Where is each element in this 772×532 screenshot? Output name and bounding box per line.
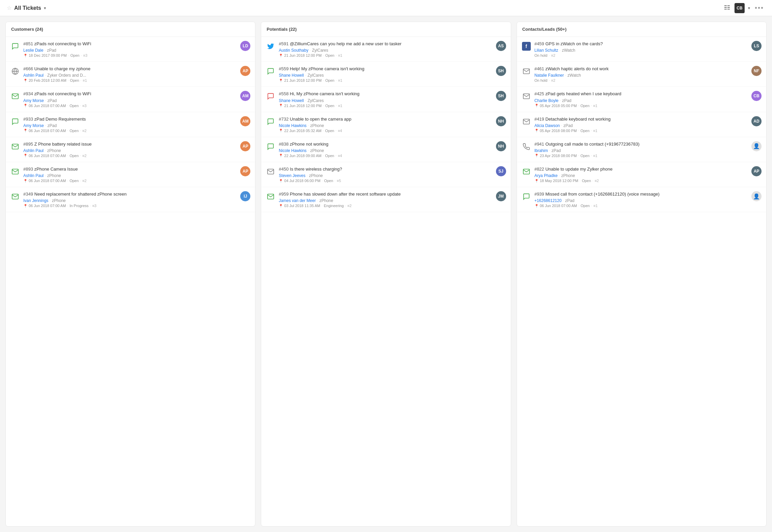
contact-name[interactable]: Steven Jeeves bbox=[279, 173, 305, 178]
ticket-number: #822 bbox=[534, 167, 544, 172]
ticket-icon-email bbox=[522, 67, 531, 76]
org-name: zPhone bbox=[320, 198, 333, 203]
ticket-date: 06 Jun 2018 07:00 AM bbox=[540, 204, 577, 208]
separator: · bbox=[80, 129, 81, 132]
contact-name[interactable]: Ashlin Paul bbox=[23, 148, 44, 153]
separator: · bbox=[345, 204, 346, 208]
ticket-item[interactable]: #822 Unable to update my Zylker phoneAry… bbox=[517, 162, 766, 187]
ticket-date-row: 📍23 Apr 2018 08:00 PM · Open · ≡1 bbox=[534, 154, 748, 158]
ticket-meta-row: Nicole Hawkins · zPhone bbox=[279, 123, 492, 128]
star-icon[interactable]: ☆ bbox=[7, 5, 11, 11]
main-content: Customers (24) #851 zPads not connecting… bbox=[0, 16, 772, 532]
ticket-title: #895 Z Phone battery related issue bbox=[23, 141, 237, 147]
app-header: ☆ All Tickets ▾ CB ▾ ••• bbox=[0, 0, 772, 16]
ticket-item[interactable]: #450 Is there wireless charging?Steven J… bbox=[261, 162, 510, 187]
ticket-item[interactable]: #933 zPad Demo RequirementsAmy Morse · z… bbox=[6, 112, 255, 137]
ticket-item[interactable]: f#459 GPS in zWatch on the cards?Lilian … bbox=[517, 37, 766, 62]
ticket-item[interactable]: #895 Z Phone battery related issueAshlin… bbox=[6, 137, 255, 162]
contact-name[interactable]: Natalie Faulkner bbox=[534, 73, 564, 78]
ticket-icon-chat bbox=[266, 142, 275, 151]
avatar: NH bbox=[496, 141, 506, 151]
ticket-body: #851 zPads not connecting to WiFiLeslie … bbox=[23, 41, 237, 57]
ticket-item[interactable]: #851 zPads not connecting to WiFiLeslie … bbox=[6, 37, 255, 62]
ticket-number: #851 bbox=[23, 41, 33, 46]
separator: · bbox=[335, 129, 337, 132]
ticket-date: 23 Apr 2018 08:00 PM bbox=[540, 154, 577, 158]
ticket-meta-row: Amy Morse · zPad bbox=[23, 98, 237, 103]
ticket-item[interactable]: #559 Help! My zPhone camera isn't workin… bbox=[261, 62, 510, 87]
status-badge: Open bbox=[325, 104, 334, 108]
contact-name[interactable]: Shane Howell bbox=[279, 98, 304, 103]
ticket-item[interactable]: #959 Phone has slowed down after the rec… bbox=[261, 187, 510, 212]
ticket-body: #450 Is there wireless charging?Steven J… bbox=[279, 166, 492, 183]
ticket-item[interactable]: #558 Hi, My zPhone camera isn't workingS… bbox=[261, 87, 510, 112]
contact-name[interactable]: Nicole Hawkins bbox=[279, 148, 306, 153]
avatar: LS bbox=[751, 41, 762, 51]
ticket-number: #558 bbox=[279, 91, 289, 96]
ticket-date-row: 📍21 Jun 2018 12:00 PM · Open · ≡1 bbox=[279, 104, 492, 108]
separator: · bbox=[68, 54, 69, 57]
contact-name[interactable]: Charlie Boyle bbox=[534, 98, 558, 103]
more-options-button[interactable]: ••• bbox=[753, 3, 765, 13]
ticket-item[interactable]: #591 @ZilliumCares can you help me add a… bbox=[261, 37, 510, 62]
svg-rect-4 bbox=[724, 9, 727, 9]
ticket-item[interactable]: #461 zWatch haptic alerts do not workNat… bbox=[517, 62, 766, 87]
ticket-item[interactable]: #732 Unable to open the camera appNicole… bbox=[261, 112, 510, 137]
contact-name[interactable]: Leslie Dale bbox=[23, 48, 43, 53]
ticket-number: #461 bbox=[534, 66, 544, 71]
contact-name[interactable]: Ashlin Paul bbox=[23, 173, 44, 178]
avatar: NH bbox=[496, 116, 506, 126]
contact-name[interactable]: Alicia Dawson bbox=[534, 123, 560, 128]
ticket-icon-twitter bbox=[266, 42, 275, 51]
separator: · bbox=[334, 179, 335, 183]
ticket-item[interactable]: #666 Unable to charge my zphoneAshlin Pa… bbox=[6, 62, 255, 87]
column-contacts: Contacts/Leads (50+)f#459 GPS in zWatch … bbox=[517, 22, 767, 527]
ticket-item[interactable]: #425 zPad gets heated when I use keyboar… bbox=[517, 87, 766, 112]
status-badge: Open bbox=[580, 129, 590, 133]
ticket-number: #934 bbox=[23, 91, 33, 96]
contact-name[interactable]: Ivan Jennings bbox=[23, 198, 48, 203]
ticket-title: #591 @ZilliumCares can you help me add a… bbox=[279, 41, 492, 47]
contact-name[interactable]: Arya Phadke bbox=[534, 173, 558, 178]
avatar: IJ bbox=[240, 191, 250, 201]
ticket-date: 22 Jun 2018 05:32 AM bbox=[284, 129, 321, 133]
ticket-body: #558 Hi, My zPhone camera isn't workingS… bbox=[279, 91, 492, 107]
ticket-title: #941 Outgoing call made to contact (+919… bbox=[534, 141, 748, 147]
contact-name[interactable]: Ashlin Paul bbox=[23, 73, 44, 78]
contact-name[interactable]: Amy Morse bbox=[23, 98, 44, 103]
org-name: zPhone bbox=[47, 148, 61, 153]
contact-name[interactable]: Ibrahim bbox=[534, 148, 548, 153]
contact-name[interactable]: Nicole Hawkins bbox=[279, 123, 306, 128]
org-name: zPad bbox=[47, 98, 56, 103]
ticket-meta-row: Steven Jeeves · zPhone bbox=[279, 173, 492, 178]
user-dropdown-arrow[interactable]: ▾ bbox=[748, 6, 750, 10]
contact-name[interactable]: Lilian Schultz bbox=[534, 48, 558, 53]
ticket-date: 06 Jun 2018 07:00 AM bbox=[29, 129, 66, 133]
ticket-item[interactable]: #893 zPhone Camera IssueAshlin Paul · zP… bbox=[6, 162, 255, 187]
contact-name[interactable]: Amy Morse bbox=[23, 123, 44, 128]
ticket-date: 06 Jun 2018 07:00 AM bbox=[29, 179, 66, 183]
ticket-item[interactable]: #419 Detachable keyboard not workingAlic… bbox=[517, 112, 766, 137]
ticket-item[interactable]: #349 Need replacement for shattered zPho… bbox=[6, 187, 255, 212]
ticket-date-row: 📍04 Jul 2018 06:00 PM · Open · ≡5 bbox=[279, 179, 492, 183]
message-count: ≡1 bbox=[593, 104, 598, 108]
ticket-meta-row: Shane Howell · ZylCares bbox=[279, 98, 492, 103]
grid-view-button[interactable] bbox=[723, 4, 731, 12]
contact-name[interactable]: Shane Howell bbox=[279, 73, 304, 78]
contact-name[interactable]: Austin Southaby bbox=[279, 48, 308, 53]
avatar: AP bbox=[240, 66, 250, 76]
contact-name[interactable]: James van der Meer bbox=[279, 198, 316, 203]
contact-name[interactable]: +16268612120 bbox=[534, 198, 562, 203]
separator: · bbox=[308, 149, 309, 152]
ticket-item[interactable]: #939 Missed call from contact (+16268612… bbox=[517, 187, 766, 212]
ticket-item[interactable]: #941 Outgoing call made to contact (+919… bbox=[517, 137, 766, 162]
separator: · bbox=[549, 79, 550, 82]
avatar: SJ bbox=[496, 166, 506, 176]
separator: · bbox=[336, 54, 337, 57]
separator: · bbox=[560, 99, 561, 102]
title-dropdown-arrow[interactable]: ▾ bbox=[44, 6, 46, 10]
user-avatar-button[interactable]: CB bbox=[734, 3, 745, 13]
ticket-item[interactable]: #934 zPads not connecting to WiFiAmy Mor… bbox=[6, 87, 255, 112]
ticket-item[interactable]: #838 zPhone not workingNicole Hawkins · … bbox=[261, 137, 510, 162]
status-badge: In Progress bbox=[70, 204, 89, 208]
